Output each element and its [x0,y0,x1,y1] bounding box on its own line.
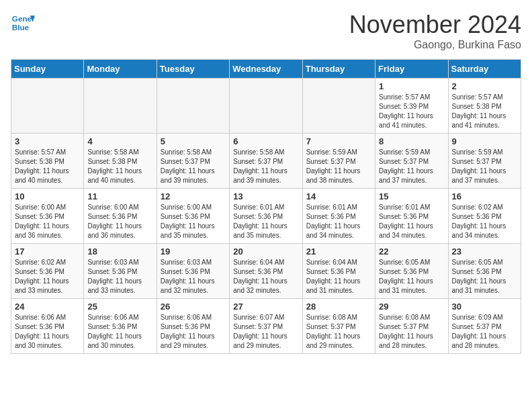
day-number: 17 [15,246,80,257]
day-number: 15 [379,191,444,201]
calendar-cell [302,79,375,134]
day-info: Sunrise: 6:05 AM Sunset: 5:36 PM Dayligh… [452,258,517,295]
calendar-cell: 1 Sunrise: 5:57 AM Sunset: 5:39 PM Dayli… [375,79,448,134]
day-number: 12 [161,191,226,201]
day-info: Sunrise: 6:09 AM Sunset: 5:37 PM Dayligh… [452,313,517,351]
calendar-cell: 7 Sunrise: 5:59 AM Sunset: 5:37 PM Dayli… [302,134,375,189]
day-number: 14 [306,191,371,201]
page-header: General Blue November 2024 Gaongo, Burki… [11,11,521,51]
day-number: 24 [15,302,80,312]
col-header-saturday: Saturday [448,60,521,79]
col-header-monday: Monday [84,60,157,79]
calendar-cell: 16 Sunrise: 6:02 AM Sunset: 5:36 PM Dayl… [448,189,521,244]
day-number: 28 [306,302,371,312]
day-number: 6 [233,136,298,146]
day-info: Sunrise: 5:57 AM Sunset: 5:38 PM Dayligh… [15,148,80,185]
day-number: 7 [306,136,371,146]
day-info: Sunrise: 5:58 AM Sunset: 5:38 PM Dayligh… [87,148,152,185]
day-number: 1 [379,81,444,91]
day-number: 9 [452,136,517,146]
calendar-cell [11,79,84,134]
day-number: 19 [161,246,226,257]
logo-icon: General Blue [11,11,35,35]
day-number: 29 [379,302,444,312]
calendar-cell [157,79,229,134]
day-number: 5 [161,136,226,146]
title-block: November 2024 Gaongo, Burkina Faso [349,11,521,51]
day-info: Sunrise: 6:08 AM Sunset: 5:37 PM Dayligh… [379,313,444,351]
day-info: Sunrise: 6:08 AM Sunset: 5:37 PM Dayligh… [306,313,371,351]
calendar-cell: 13 Sunrise: 6:01 AM Sunset: 5:36 PM Dayl… [230,189,302,244]
day-info: Sunrise: 6:00 AM Sunset: 5:36 PM Dayligh… [15,203,80,240]
calendar-week-2: 3 Sunrise: 5:57 AM Sunset: 5:38 PM Dayli… [11,134,521,189]
day-info: Sunrise: 5:59 AM Sunset: 5:37 PM Dayligh… [452,148,517,185]
calendar-cell: 20 Sunrise: 6:04 AM Sunset: 5:36 PM Dayl… [230,244,302,299]
day-info: Sunrise: 6:06 AM Sunset: 5:36 PM Dayligh… [161,313,226,351]
calendar-cell: 19 Sunrise: 6:03 AM Sunset: 5:36 PM Dayl… [157,244,229,299]
calendar-cell: 11 Sunrise: 6:00 AM Sunset: 5:36 PM Dayl… [84,189,157,244]
day-info: Sunrise: 6:06 AM Sunset: 5:36 PM Dayligh… [15,313,80,351]
day-info: Sunrise: 6:02 AM Sunset: 5:36 PM Dayligh… [452,203,517,240]
calendar-cell: 30 Sunrise: 6:09 AM Sunset: 5:37 PM Dayl… [448,299,521,354]
day-info: Sunrise: 6:04 AM Sunset: 5:36 PM Dayligh… [306,258,371,295]
day-number: 18 [87,246,152,257]
day-info: Sunrise: 6:00 AM Sunset: 5:36 PM Dayligh… [87,203,152,240]
day-number: 2 [452,81,517,91]
day-number: 11 [87,191,152,201]
day-info: Sunrise: 6:01 AM Sunset: 5:36 PM Dayligh… [306,203,371,240]
calendar-cell: 17 Sunrise: 6:02 AM Sunset: 5:36 PM Dayl… [11,244,84,299]
calendar-week-5: 24 Sunrise: 6:06 AM Sunset: 5:36 PM Dayl… [11,299,521,354]
calendar-cell: 25 Sunrise: 6:06 AM Sunset: 5:36 PM Dayl… [84,299,157,354]
calendar-cell: 26 Sunrise: 6:06 AM Sunset: 5:36 PM Dayl… [157,299,229,354]
day-info: Sunrise: 5:59 AM Sunset: 5:37 PM Dayligh… [306,148,371,185]
day-number: 4 [87,136,152,146]
day-info: Sunrise: 6:05 AM Sunset: 5:36 PM Dayligh… [379,258,444,295]
day-info: Sunrise: 6:01 AM Sunset: 5:36 PM Dayligh… [233,203,298,240]
calendar-cell: 14 Sunrise: 6:01 AM Sunset: 5:36 PM Dayl… [302,189,375,244]
day-number: 30 [452,302,517,312]
month-title: November 2024 [349,11,521,39]
calendar-cell: 18 Sunrise: 6:03 AM Sunset: 5:36 PM Dayl… [84,244,157,299]
calendar-cell: 3 Sunrise: 5:57 AM Sunset: 5:38 PM Dayli… [11,134,84,189]
calendar-cell: 2 Sunrise: 5:57 AM Sunset: 5:38 PM Dayli… [448,79,521,134]
day-number: 10 [15,191,80,201]
day-info: Sunrise: 6:02 AM Sunset: 5:36 PM Dayligh… [15,258,80,295]
calendar-cell [230,79,302,134]
day-info: Sunrise: 6:04 AM Sunset: 5:36 PM Dayligh… [233,258,298,295]
day-info: Sunrise: 6:03 AM Sunset: 5:36 PM Dayligh… [161,258,226,295]
calendar-cell: 28 Sunrise: 6:08 AM Sunset: 5:37 PM Dayl… [302,299,375,354]
calendar-cell: 22 Sunrise: 6:05 AM Sunset: 5:36 PM Dayl… [375,244,448,299]
col-header-thursday: Thursday [302,60,375,79]
calendar-cell: 10 Sunrise: 6:00 AM Sunset: 5:36 PM Dayl… [11,189,84,244]
calendar-cell: 9 Sunrise: 5:59 AM Sunset: 5:37 PM Dayli… [448,134,521,189]
day-number: 26 [161,302,226,312]
location-title: Gaongo, Burkina Faso [349,39,521,51]
logo: General Blue [11,11,35,35]
day-number: 25 [87,302,152,312]
day-info: Sunrise: 6:03 AM Sunset: 5:36 PM Dayligh… [87,258,152,295]
col-header-tuesday: Tuesday [157,60,229,79]
day-number: 20 [233,246,298,257]
calendar-week-3: 10 Sunrise: 6:00 AM Sunset: 5:36 PM Dayl… [11,189,521,244]
calendar-cell: 27 Sunrise: 6:07 AM Sunset: 5:37 PM Dayl… [230,299,302,354]
day-number: 22 [379,246,444,257]
calendar-cell: 24 Sunrise: 6:06 AM Sunset: 5:36 PM Dayl… [11,299,84,354]
calendar-cell: 29 Sunrise: 6:08 AM Sunset: 5:37 PM Dayl… [375,299,448,354]
day-info: Sunrise: 6:06 AM Sunset: 5:36 PM Dayligh… [87,313,152,351]
calendar-cell: 6 Sunrise: 5:58 AM Sunset: 5:37 PM Dayli… [230,134,302,189]
col-header-wednesday: Wednesday [230,60,302,79]
calendar-cell: 23 Sunrise: 6:05 AM Sunset: 5:36 PM Dayl… [448,244,521,299]
day-number: 27 [233,302,298,312]
svg-text:Blue: Blue [12,23,30,32]
day-number: 8 [379,136,444,146]
calendar-cell: 12 Sunrise: 6:00 AM Sunset: 5:36 PM Dayl… [157,189,229,244]
day-info: Sunrise: 6:07 AM Sunset: 5:37 PM Dayligh… [233,313,298,351]
calendar-cell: 21 Sunrise: 6:04 AM Sunset: 5:36 PM Dayl… [302,244,375,299]
day-info: Sunrise: 6:01 AM Sunset: 5:36 PM Dayligh… [379,203,444,240]
col-header-friday: Friday [375,60,448,79]
day-number: 23 [452,246,517,257]
calendar-table: SundayMondayTuesdayWednesdayThursdayFrid… [11,59,521,354]
calendar-cell: 15 Sunrise: 6:01 AM Sunset: 5:36 PM Dayl… [375,189,448,244]
day-number: 16 [452,191,517,201]
calendar-week-1: 1 Sunrise: 5:57 AM Sunset: 5:39 PM Dayli… [11,79,521,134]
